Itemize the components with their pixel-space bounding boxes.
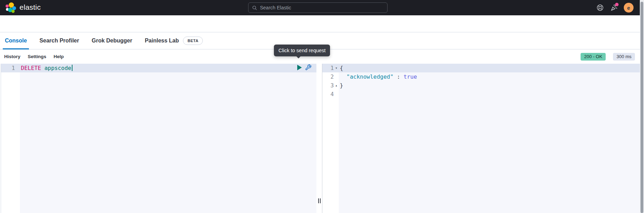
search-input[interactable] — [260, 5, 384, 10]
resizer-grip-icon — [318, 198, 321, 203]
send-request-button[interactable] — [297, 65, 302, 70]
menu-item-settings[interactable]: Settings — [28, 54, 46, 59]
app-header: elastic e — [0, 0, 644, 15]
token-punct: } — [340, 82, 343, 89]
request-editor-code[interactable]: DELETE appscode — [20, 64, 316, 213]
code-line[interactable]: DELETE appscode — [20, 64, 316, 72]
token-method: DELETE — [21, 65, 41, 71]
tooltip-send-request: Click to send request — [274, 45, 330, 56]
status-badge: 200 - OK — [581, 53, 606, 61]
fold-up-icon[interactable]: ▴ — [334, 81, 339, 90]
token-string: "acknowledged" — [346, 73, 393, 80]
code-line[interactable]: "acknowledged" : true — [339, 72, 640, 81]
token-constant: true — [404, 73, 417, 80]
help-icon[interactable] — [597, 4, 604, 11]
tab-label: Console — [5, 38, 27, 44]
tab-label: Grok Debugger — [92, 38, 132, 44]
request-actions — [297, 64, 312, 71]
line-number: 2 — [330, 72, 334, 81]
request-editor-gutter: 1 — [1, 64, 20, 213]
logo-wordmark: elastic — [20, 3, 41, 11]
newsfeed-icon[interactable] — [611, 4, 618, 11]
line-number: 1 — [12, 64, 15, 72]
user-avatar[interactable]: e — [624, 3, 634, 13]
line-number: 1 — [330, 64, 334, 72]
code-line[interactable] — [339, 90, 640, 98]
panel-resizer[interactable] — [316, 64, 322, 213]
gutter-line: 2 — [322, 72, 339, 81]
menu-item-history[interactable]: History — [4, 54, 21, 59]
tab-grok-debugger[interactable]: Grok Debugger — [91, 32, 133, 49]
tab-search-profiler[interactable]: Search Profiler — [39, 32, 80, 49]
token-url: appscode — [44, 65, 71, 71]
line-number: 3 — [330, 81, 334, 90]
response-editor-code[interactable]: { "acknowledged" : true} — [339, 64, 640, 213]
code-line[interactable]: } — [339, 81, 640, 90]
beta-badge: BETA — [183, 37, 203, 45]
response-editor[interactable]: 1▾23▴4 { "acknowledged" : true} — [322, 64, 640, 213]
tab-label: Painless Lab — [145, 38, 179, 44]
elastic-logo-icon[interactable] — [6, 2, 17, 13]
page-scrollbar[interactable] — [640, 0, 644, 213]
code-line[interactable]: { — [339, 64, 640, 72]
tab-painless-lab[interactable]: Painless LabBETA — [144, 32, 204, 49]
token-plain — [41, 65, 45, 71]
notification-dot — [615, 3, 619, 6]
token-plain — [340, 73, 346, 80]
menu-item-help[interactable]: Help — [54, 54, 64, 59]
fold-down-icon[interactable]: ▾ — [334, 64, 339, 72]
search-icon — [252, 5, 257, 10]
request-editor[interactable]: 1 DELETE appscode — [1, 64, 316, 213]
token-punct: { — [340, 65, 343, 71]
global-search[interactable] — [248, 2, 388, 13]
gutter-line: 1▾ — [322, 64, 339, 72]
breadcrumb-bar: D Dev Tools — [0, 15, 644, 32]
gutter-line: 3▴ — [322, 81, 339, 90]
scrollbar-thumb[interactable] — [641, 2, 643, 213]
line-number: 4 — [330, 90, 334, 98]
gutter-line: 4 — [322, 90, 339, 98]
response-time-badge: 300 ms — [613, 53, 635, 61]
response-editor-gutter: 1▾23▴4 — [322, 64, 339, 213]
wrench-icon[interactable] — [305, 64, 312, 71]
gutter-line: 1 — [1, 64, 20, 72]
tab-label: Search Profiler — [39, 38, 79, 44]
token-punct: : — [393, 73, 404, 80]
tab-console[interactable]: Console — [4, 32, 28, 49]
text-cursor — [72, 65, 72, 71]
